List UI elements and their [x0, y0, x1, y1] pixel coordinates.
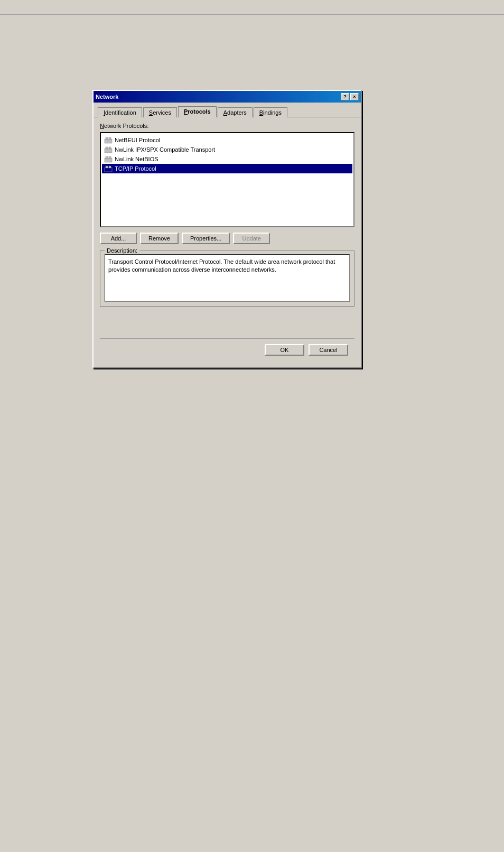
dialog-title: Network: [96, 94, 118, 100]
list-item-nwlink-ipx-label: NwLink IPX/SPX Compatible Transport: [115, 146, 215, 153]
tab-services-label: Services: [149, 109, 171, 116]
tab-adapters-label: Adapters: [223, 109, 247, 116]
cancel-button[interactable]: Cancel: [309, 344, 348, 356]
tab-protocols[interactable]: Protocols: [178, 106, 217, 117]
list-item-nwlink-netbios[interactable]: NwLink NetBIOS: [102, 154, 352, 164]
remove-button[interactable]: Remove: [140, 233, 179, 244]
tab-protocols-label: Protocols: [184, 108, 211, 115]
list-item-netbeui[interactable]: NetBEUI Protocol: [102, 135, 352, 145]
ok-button[interactable]: OK: [265, 344, 304, 356]
tab-content-protocols: Network Protocols: NetBEUI Protocol: [94, 117, 361, 367]
protocol-icon-nwlink-ipx: [104, 145, 113, 154]
description-text: Transport Control Protocol/Internet Prot…: [105, 254, 350, 302]
list-item-nwlink-ipx[interactable]: NwLink IPX/SPX Compatible Transport: [102, 145, 352, 154]
help-button[interactable]: ?: [341, 93, 349, 100]
tab-identification[interactable]: Identification: [98, 107, 142, 117]
page-background: Network ? × Identification Services Prot…: [0, 0, 504, 852]
description-legend: Description:: [105, 247, 139, 254]
tab-bindings[interactable]: Bindings: [254, 107, 287, 117]
protocol-icon-tcpip: [104, 164, 113, 173]
description-group: Description: Transport Control Protocol/…: [100, 251, 354, 307]
tab-adapters[interactable]: Adapters: [218, 107, 253, 117]
bottom-spacer: [100, 307, 354, 338]
list-item-tcpip-label: TCP/IP Protocol: [115, 165, 156, 172]
list-item-netbeui-label: NetBEUI Protocol: [115, 137, 160, 143]
network-dialog: Network ? × Identification Services Prot…: [92, 90, 362, 368]
list-item-nwlink-netbios-label: NwLink NetBIOS: [115, 156, 158, 162]
tab-bindings-label: Bindings: [259, 109, 282, 116]
top-bar: [0, 0, 504, 15]
title-bar: Network ? ×: [94, 91, 361, 103]
tab-services[interactable]: Services: [143, 107, 177, 117]
update-button[interactable]: Update: [233, 233, 270, 244]
tab-identification-label: Identification: [104, 109, 136, 116]
protocol-icon-nwlink-netbios: [104, 155, 113, 163]
protocol-buttons: Add... Remove Properties... Update: [100, 233, 354, 244]
add-button[interactable]: Add...: [100, 233, 137, 244]
title-bar-buttons: ? ×: [341, 93, 359, 100]
section-label: Network Protocols:: [100, 123, 354, 129]
tab-bar: Identification Services Protocols Adapte…: [94, 103, 361, 117]
properties-button[interactable]: Properties...: [182, 233, 230, 244]
list-item-tcpip[interactable]: TCP/IP Protocol: [102, 164, 352, 173]
protocol-icon-netbeui: [104, 136, 113, 144]
close-button[interactable]: ×: [350, 93, 359, 100]
ok-cancel-row: OK Cancel: [100, 338, 354, 361]
protocols-listbox[interactable]: NetBEUI Protocol NwLink IPX/SPX Compatib…: [100, 132, 354, 227]
